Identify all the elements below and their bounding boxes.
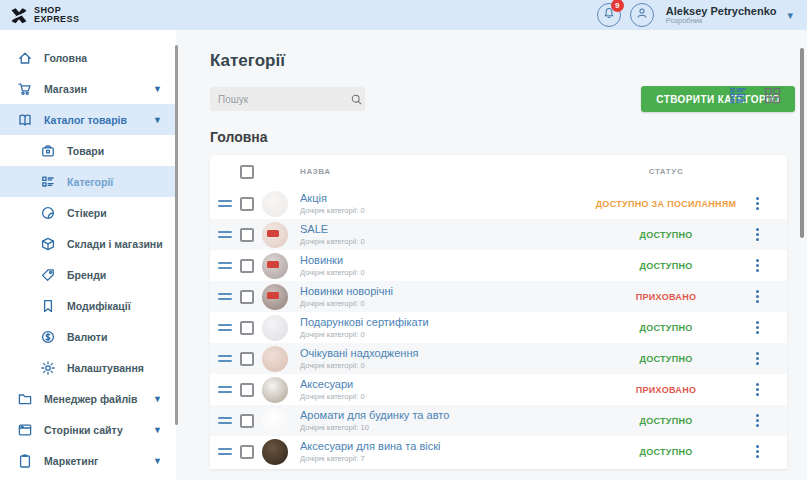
category-thumbnail <box>262 439 288 465</box>
kebab-menu-button[interactable] <box>753 411 762 430</box>
notifications-button[interactable]: 9 <box>597 3 621 27</box>
sidebar-item-pages[interactable]: Сторінки сайту ▼ <box>0 414 176 445</box>
drag-handle-icon[interactable] <box>218 386 240 393</box>
chevron-down-icon: ▼ <box>153 84 162 94</box>
kebab-menu-button[interactable] <box>753 256 762 275</box>
drag-handle-icon[interactable] <box>218 324 240 331</box>
search-input[interactable] <box>218 94 350 105</box>
marketing-icon <box>17 453 33 469</box>
sidebar-item-brands[interactable]: Бренди ▼ <box>0 259 176 290</box>
row-checkbox[interactable] <box>240 414 254 428</box>
status-badge: ПРИХОВАНО <box>636 292 696 302</box>
table-row: Новинки Дочірні категорії: 0 ДОСТУПНО <box>210 250 787 281</box>
main-content: Категорії СТВОРИТИ КАТЕГОРІЮ Головна <box>179 30 807 480</box>
grid-view-icon[interactable] <box>764 87 781 104</box>
content-scrollbar[interactable] <box>800 48 804 238</box>
table-row: Очікувані надходження Дочірні категорії:… <box>210 343 787 374</box>
status-badge: ПРИХОВАНО <box>636 385 696 395</box>
category-name-link[interactable]: Аксесуари <box>300 378 605 391</box>
sidebar-item-label: Менеджер файлів <box>44 393 137 405</box>
sidebar-item-label: Головна <box>44 52 87 64</box>
sidebar-item-modifications[interactable]: Модифікації ▼ <box>0 290 176 321</box>
kebab-menu-button[interactable] <box>753 442 762 461</box>
row-checkbox[interactable] <box>240 197 254 211</box>
status-badge: ДОСТУПНО <box>639 323 692 333</box>
drag-handle-icon[interactable] <box>218 448 240 455</box>
search-icon[interactable] <box>350 93 363 106</box>
shop-express-logo[interactable]: SHOP EXPRESS <box>0 5 79 25</box>
page-title: Категорії <box>210 51 795 71</box>
catalog-icon <box>17 112 33 128</box>
status-badge: ДОСТУПНО ЗА ПОСИЛАННЯМ <box>596 199 737 209</box>
categories-table: НАЗВА СТАТУС Акція Дочірні категорії: 0 … <box>210 155 787 469</box>
category-thumbnail <box>262 191 288 217</box>
name-column-header: НАЗВА <box>300 167 605 176</box>
chevron-down-icon: ▼ <box>153 425 162 435</box>
kebab-menu-button[interactable] <box>753 380 762 399</box>
products-icon <box>40 143 56 159</box>
section-title: Головна <box>210 129 795 145</box>
drag-handle-icon[interactable] <box>218 293 240 300</box>
drag-handle-icon[interactable] <box>218 231 240 238</box>
sidebar-item-settings[interactable]: Налаштування ▼ <box>0 352 176 383</box>
sidebar-item-label: Товари <box>67 145 104 157</box>
kebab-menu-button[interactable] <box>753 318 762 337</box>
row-checkbox[interactable] <box>240 259 254 273</box>
user-avatar[interactable] <box>630 3 654 27</box>
brands-icon <box>40 267 56 283</box>
user-menu-chevron-icon[interactable]: ▾ <box>787 9 793 22</box>
row-checkbox[interactable] <box>240 383 254 397</box>
category-thumbnail <box>262 377 288 403</box>
sidebar-item-home[interactable]: Головна ▼ <box>0 42 176 73</box>
category-name-link[interactable]: Новинки <box>300 254 605 267</box>
table-row: Аксесуари Дочірні категорії: 0 ПРИХОВАНО <box>210 374 787 405</box>
sidebar-item-store[interactable]: Магазин ▼ <box>0 73 176 104</box>
sidebar-item-warehouses[interactable]: Склади і магазини ▼ <box>0 228 176 259</box>
sidebar: Головна ▼ Магазин ▼ Каталог товарів ▼ То… <box>0 30 176 480</box>
table-row: Аромати для будинку та авто Дочірні кате… <box>210 405 787 436</box>
sidebar-item-stickers[interactable]: Стікери ▼ <box>0 197 176 228</box>
sidebar-item-marketing[interactable]: Маркетинг ▼ <box>0 445 176 476</box>
category-name-link[interactable]: Подарункові сертифікати <box>300 316 605 329</box>
category-children-count: Дочірні категорії: 0 <box>300 237 605 246</box>
category-thumbnail <box>262 284 288 310</box>
sidebar-item-files[interactable]: Менеджер файлів ▼ <box>0 383 176 414</box>
sidebar-item-categories[interactable]: Категорії ▼ <box>0 166 176 197</box>
status-badge: ДОСТУПНО <box>639 416 692 426</box>
category-name-link[interactable]: Новинки новорічні <box>300 285 605 298</box>
categories-icon <box>40 174 56 190</box>
row-checkbox[interactable] <box>240 445 254 459</box>
sidebar-item-products[interactable]: Товари ▼ <box>0 135 176 166</box>
sidebar-item-label: Маркетинг <box>44 455 98 467</box>
sidebar-item-currencies[interactable]: Валюти ▼ <box>0 321 176 352</box>
sidebar-item-label: Бренди <box>67 269 106 281</box>
row-checkbox[interactable] <box>240 321 254 335</box>
top-bar: SHOP EXPRESS 9 Aleksey Petrychenko <box>0 0 807 30</box>
table-row: Новинки новорічні Дочірні категорії: 0 П… <box>210 281 787 312</box>
category-thumbnail <box>262 222 288 248</box>
select-all-checkbox[interactable] <box>240 165 254 179</box>
kebab-menu-button[interactable] <box>753 349 762 368</box>
row-checkbox[interactable] <box>240 290 254 304</box>
warehouses-icon <box>40 236 56 252</box>
currencies-icon <box>40 329 56 345</box>
drag-handle-icon[interactable] <box>218 355 240 362</box>
kebab-menu-button[interactable] <box>753 225 762 244</box>
drag-handle-icon[interactable] <box>218 262 240 269</box>
row-checkbox[interactable] <box>240 228 254 242</box>
drag-handle-icon[interactable] <box>218 417 240 424</box>
kebab-menu-button[interactable] <box>753 287 762 306</box>
category-name-link[interactable]: Акція <box>300 192 605 205</box>
drag-handle-icon[interactable] <box>218 200 240 207</box>
kebab-menu-button[interactable] <box>753 194 762 213</box>
category-thumbnail <box>262 253 288 279</box>
sidebar-item-catalog[interactable]: Каталог товарів ▼ <box>0 104 176 135</box>
list-view-icon[interactable] <box>730 87 747 104</box>
category-name-link[interactable]: Аромати для будинку та авто <box>300 409 605 422</box>
category-name-link[interactable]: SALE <box>300 223 605 236</box>
row-checkbox[interactable] <box>240 352 254 366</box>
sidebar-scrollbar[interactable] <box>175 45 178 425</box>
search-box <box>210 87 365 111</box>
category-name-link[interactable]: Аксесуари для вина та віскі <box>300 440 605 453</box>
category-name-link[interactable]: Очікувані надходження <box>300 347 605 360</box>
